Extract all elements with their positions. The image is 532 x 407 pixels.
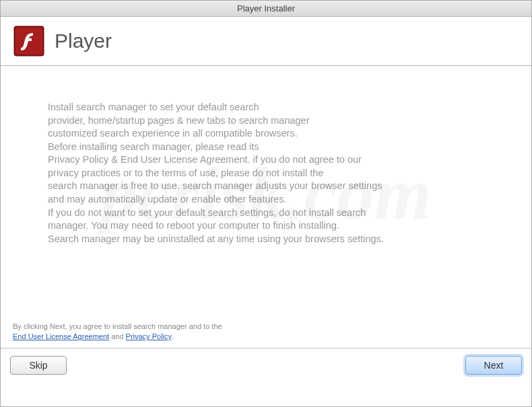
window-titlebar: Player Installer — [1, 1, 531, 17]
body-line: search manager is free to use. search ma… — [48, 180, 484, 193]
button-bar: Skip Next — [1, 349, 531, 381]
footer-prefix: By clicking Next, you agree to install s… — [13, 322, 222, 330]
body-line: manager. You may need to reboot your com… — [48, 219, 484, 233]
skip-button[interactable]: Skip — [10, 356, 67, 375]
footer-and: and — [109, 332, 125, 340]
body-line: Search manager may be uninstalled at any… — [48, 233, 484, 246]
next-button[interactable]: Next — [465, 356, 522, 375]
body-line: provider, home/startup pages & new tabs … — [48, 114, 484, 128]
body-line: Install search manager to set your defau… — [48, 101, 484, 114]
body-line: Before installing search manager, please… — [48, 141, 484, 154]
window-title: Player Installer — [237, 3, 295, 13]
body-line: privacy practices or to the terms of use… — [48, 167, 484, 180]
body-line: Privacy Policy & End User License Agreem… — [48, 153, 484, 167]
body-line: and may automatically update or enable o… — [48, 193, 484, 207]
content-area: pcrisk.com Install search manager to set… — [1, 66, 531, 322]
flash-player-icon — [13, 25, 45, 57]
body-text: Install search manager to set your defau… — [48, 101, 484, 246]
footer-disclaimer: By clicking Next, you agree to install s… — [1, 322, 531, 348]
body-line: If you do not want to set your default s… — [48, 207, 484, 220]
app-title: Player — [55, 30, 112, 52]
eula-link[interactable]: End User License Agreement — [13, 332, 109, 340]
privacy-link[interactable]: Privacy Policy — [126, 332, 172, 340]
body-line: customized search experience in all comp… — [48, 127, 484, 141]
footer-suffix: . — [171, 332, 173, 340]
installer-window: Player Installer Player pcrisk.com Insta… — [0, 0, 532, 407]
header: Player — [1, 17, 531, 66]
